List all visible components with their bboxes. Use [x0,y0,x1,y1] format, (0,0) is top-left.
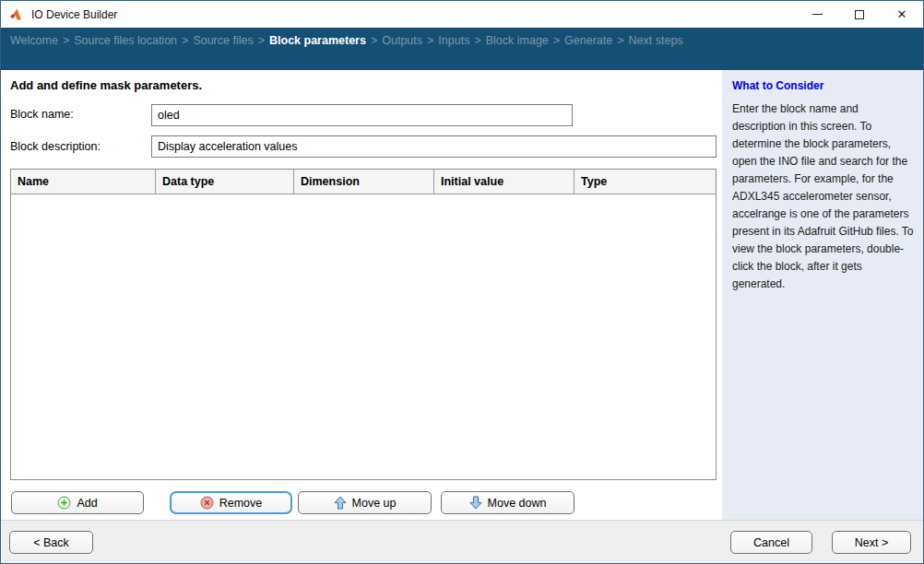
block-name-label: Block name: [10,108,74,121]
title-bar: IO Device Builder ✕ [1,1,923,28]
footer-bar: < Back Cancel Next > [1,520,923,563]
page-heading: Add and define mask parameters. [10,78,202,92]
breadcrumb-separator: > [371,34,377,47]
block-description-input[interactable] [151,135,717,158]
window-title: IO Device Builder [31,8,117,21]
breadcrumb-item-generate: Generate [564,34,612,47]
breadcrumb: Welcome>Source files location>Source fil… [1,28,923,70]
minimize-button[interactable] [796,1,838,28]
table-body-empty [11,194,716,479]
block-description-label: Block description: [10,140,101,153]
content-area: Add and define mask parameters. Block na… [1,70,923,520]
breadcrumb-item-source-files: Source files [193,34,253,47]
help-sidebar: What to Consider Enter the block name an… [722,70,923,520]
plus-circle-icon [57,496,71,510]
column-header-type: Type [575,170,716,194]
close-button[interactable]: ✕ [881,1,923,28]
io-device-builder-window: IO Device Builder ✕ Welcome>Source files… [0,0,924,564]
move-up-button-label: Move up [352,497,397,510]
close-icon: ✕ [897,8,907,20]
move-down-button-label: Move down [488,497,547,510]
column-header-name: Name [11,170,156,194]
remove-button[interactable]: Remove [170,491,292,514]
sidebar-help-text: Enter the block name and description in … [732,100,914,293]
add-button[interactable]: Add [11,491,144,514]
breadcrumb-separator: > [553,34,560,47]
table-header-row: Name Data type Dimension Initial value T… [11,170,716,194]
breadcrumb-item-welcome: Welcome [10,34,58,47]
arrow-down-icon [469,496,482,510]
parameters-table: Name Data type Dimension Initial value T… [10,169,717,480]
main-panel: Add and define mask parameters. Block na… [1,70,722,520]
matlab-icon [9,7,24,22]
breadcrumb-separator: > [182,34,188,47]
column-header-data-type: Data type [156,170,294,194]
move-down-button[interactable]: Move down [441,491,575,514]
breadcrumb-separator: > [258,34,265,47]
maximize-icon [855,10,864,19]
breadcrumb-item-next-steps: Next steps [629,34,683,47]
breadcrumb-separator: > [63,34,69,47]
cancel-button[interactable]: Cancel [730,531,812,554]
breadcrumb-item-block-parameters: Block parameters [269,34,366,47]
column-header-dimension: Dimension [294,170,434,194]
next-button[interactable]: Next > [832,531,911,554]
minimize-icon [812,14,823,15]
remove-button-label: Remove [219,497,263,510]
column-header-initial-value: Initial value [434,170,575,194]
add-button-label: Add [77,497,97,510]
block-name-input[interactable] [151,104,573,126]
what-to-consider-title: What to Consider [732,79,914,92]
move-up-button[interactable]: Move up [298,491,432,514]
maximize-button[interactable] [838,1,881,28]
breadcrumb-item-inputs: Inputs [438,34,469,47]
breadcrumb-item-source-files-location: Source files location [74,34,177,47]
breadcrumb-separator: > [617,34,623,47]
breadcrumb-separator: > [427,34,433,47]
x-circle-icon [200,496,214,510]
breadcrumb-item-block-image: Block image [486,34,549,47]
arrow-up-icon [334,496,347,510]
breadcrumb-item-outputs: Outputs [382,34,422,47]
breadcrumb-separator: > [474,34,480,47]
back-button[interactable]: < Back [9,531,93,554]
